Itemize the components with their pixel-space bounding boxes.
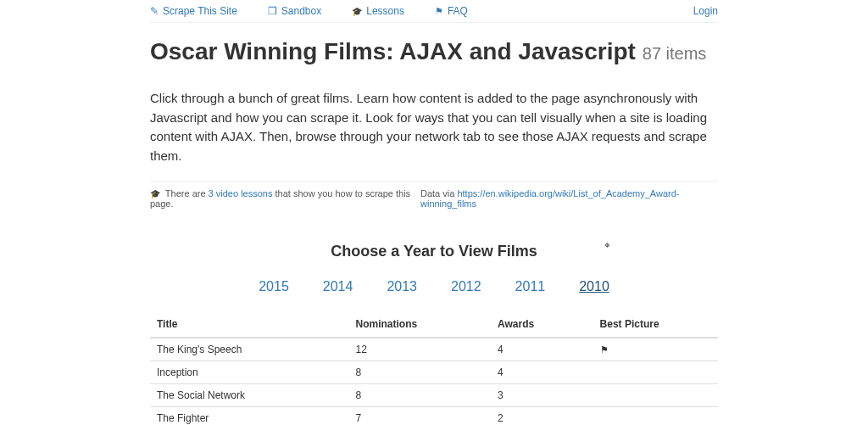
top-nav: ✎Scrape This Site ❒Sandbox Lessons FAQ L… bbox=[150, 0, 718, 23]
film-best-picture bbox=[593, 338, 718, 361]
year-2010[interactable]: 2010 bbox=[579, 279, 609, 294]
film-awards: 4 bbox=[491, 338, 593, 361]
col-awards: Awards bbox=[491, 313, 593, 338]
film-best-picture bbox=[593, 407, 718, 426]
page-title: Oscar Winning Films: AJAX and Javascript bbox=[150, 38, 636, 64]
table-row: The Social Network83 bbox=[150, 384, 718, 407]
year-list: 201520142013201220112010 bbox=[150, 279, 718, 294]
film-awards: 4 bbox=[491, 361, 593, 384]
nav-sandbox[interactable]: ❒Sandbox bbox=[268, 5, 321, 17]
nav-faq[interactable]: FAQ bbox=[435, 5, 468, 17]
col-best-picture: Best Picture bbox=[593, 313, 718, 338]
graduation-icon bbox=[150, 188, 160, 199]
year-2014[interactable]: 2014 bbox=[323, 279, 353, 294]
year-2015[interactable]: 2015 bbox=[259, 279, 289, 294]
data-source-link[interactable]: https://en.wikipedia.org/wiki/List_of_Ac… bbox=[420, 188, 680, 209]
table-row: The King's Speech124 bbox=[150, 338, 718, 361]
choose-year-title: Choose a Year to View Films bbox=[150, 243, 718, 260]
film-awards: 2 bbox=[491, 407, 593, 426]
film-title: The King's Speech bbox=[150, 338, 349, 361]
data-source: Data via https://en.wikipedia.org/wiki/L… bbox=[420, 188, 718, 209]
films-table: Title Nominations Awards Best Picture Th… bbox=[150, 313, 718, 425]
year-2013[interactable]: 2013 bbox=[387, 279, 417, 294]
year-2012[interactable]: 2012 bbox=[451, 279, 481, 294]
film-awards: 3 bbox=[491, 384, 593, 407]
film-nominations: 7 bbox=[349, 407, 492, 426]
nav-login[interactable]: Login bbox=[693, 5, 718, 17]
nav-scrape-this-site[interactable]: ✎Scrape This Site bbox=[150, 5, 237, 17]
film-title: Inception bbox=[150, 361, 349, 384]
film-nominations: 8 bbox=[349, 361, 492, 384]
film-best-picture bbox=[593, 361, 718, 384]
col-nominations: Nominations bbox=[349, 313, 492, 338]
film-title: The Fighter bbox=[150, 407, 349, 426]
year-2011[interactable]: 2011 bbox=[515, 279, 546, 294]
film-nominations: 8 bbox=[349, 384, 492, 407]
film-title: The Social Network bbox=[150, 384, 349, 407]
choose-year-section: Choose a Year to View Films 201520142013… bbox=[150, 243, 718, 294]
lead-description: Click through a bunch of great films. Le… bbox=[150, 89, 718, 165]
lessons-hint: There are 3 video lessons that show you … bbox=[150, 188, 420, 209]
col-title: Title bbox=[150, 313, 349, 338]
page-header: Oscar Winning Films: AJAX and Javascript… bbox=[150, 38, 718, 72]
meta-row: There are 3 video lessons that show you … bbox=[150, 181, 718, 209]
item-count: 87 items bbox=[643, 44, 707, 63]
cube-icon: ❒ bbox=[268, 5, 277, 17]
film-nominations: 12 bbox=[349, 338, 492, 361]
flag-icon bbox=[600, 344, 609, 355]
nav-lessons[interactable]: Lessons bbox=[352, 5, 404, 17]
graduation-icon bbox=[352, 5, 362, 17]
flag-icon bbox=[435, 5, 443, 17]
film-best-picture bbox=[593, 384, 718, 407]
table-row: The Fighter72 bbox=[150, 407, 718, 426]
table-row: Inception84 bbox=[150, 361, 718, 384]
lessons-link[interactable]: 3 video lessons bbox=[209, 188, 273, 199]
wand-icon: ✎ bbox=[150, 5, 159, 17]
